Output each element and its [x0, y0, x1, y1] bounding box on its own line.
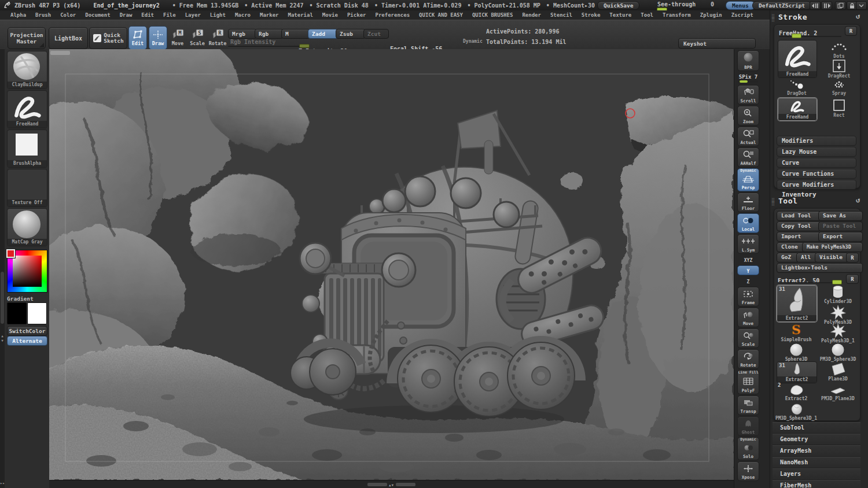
divider-arrows-icon[interactable]: ▲▼ [389, 483, 394, 487]
stroke-spray-button[interactable]: Spray [823, 79, 855, 96]
left-scrollbar[interactable]: ▲ ▼ ▸▸ [0, 49, 5, 488]
tool-reset-icon[interactable]: ↺ [856, 196, 860, 204]
tool-item-sphere3d[interactable]: Sphere3D [777, 343, 816, 362]
menu-item[interactable]: Color [56, 12, 80, 18]
stroke-slider-handle[interactable] [792, 34, 801, 38]
canvas-mini-scrollbar[interactable] [50, 51, 70, 55]
menu-item[interactable]: Edit [137, 12, 159, 18]
import-button[interactable]: Import [777, 232, 821, 242]
zadd-button[interactable]: Zadd [308, 29, 338, 39]
shelf-rotate-button[interactable]: Rotate [737, 349, 759, 369]
menu-item[interactable]: Movie [318, 12, 343, 18]
tool-item-pm3d-sphere3d[interactable]: PM3D_Sphere3D [818, 343, 858, 362]
aahalf-button[interactable]: AAHalf [737, 147, 759, 167]
stroke-subsection-bar[interactable]: Modifiers [777, 136, 856, 146]
solo-button[interactable]: Dynamic Solo [737, 437, 759, 460]
lightbox-tools-button[interactable]: Lightbox▸Tools [777, 263, 863, 273]
menu-item[interactable]: Draw [115, 12, 137, 18]
stroke-freehand-button[interactable]: FreeHand [778, 98, 817, 121]
clone-button[interactable]: Clone [777, 242, 805, 252]
tool-item-extract2-b[interactable]: 31 Extract2 [777, 361, 817, 383]
mrgb-button[interactable]: Mrgb [228, 29, 257, 39]
stroke-type-slider[interactable]: FreeHand. 2 [779, 27, 841, 37]
extract-slider[interactable]: Extract2. 50 [778, 274, 843, 283]
menu-item[interactable]: Light [205, 12, 230, 18]
scroll-button[interactable]: Scroll [737, 85, 759, 105]
tool-item-polymesh3d[interactable]: PolyMesh3D [818, 305, 858, 325]
rgb-intensity-slider[interactable]: Rgb Intensity [228, 39, 306, 48]
tool-grip-icon[interactable]: ⣿⣿ [771, 199, 775, 205]
menu-item[interactable]: Render [517, 12, 546, 18]
current-alpha-button[interactable]: BrushAlpha [7, 130, 47, 168]
persp-button[interactable]: Dynamic Persp [737, 168, 759, 191]
menu-item[interactable]: Document [80, 12, 115, 18]
paste-tool-button[interactable]: Paste Tool [818, 221, 863, 231]
menu-item[interactable]: Zplugin [696, 12, 727, 18]
extract-slider-handle[interactable] [832, 280, 842, 284]
tool-item-cylinder3d[interactable]: Cylinder3D [818, 285, 858, 304]
rgb-intensity-handle[interactable] [299, 44, 310, 48]
current-brush-button[interactable]: ClayBuildup [7, 51, 47, 89]
keyshot-button[interactable]: Keyshot [678, 38, 756, 49]
extract-r-button[interactable]: R [846, 274, 859, 284]
tool-item-extract2-c[interactable]: 2 PM3D_Plane3D Extract2 [777, 383, 816, 401]
tool-subsection-bar[interactable]: Layers [773, 468, 860, 480]
stroke-subsection-bar[interactable]: Curve Functions [777, 169, 856, 179]
tool-item-polymesh3d-1[interactable]: PolyMesh3D_1 [818, 323, 858, 343]
frame-button[interactable]: Frame [737, 287, 759, 306]
menu-item[interactable]: Marker [255, 12, 284, 18]
move-mode-button[interactable]: M Move [169, 28, 186, 47]
load-tool-button[interactable]: Load Tool [777, 211, 821, 221]
tool-subsection-bar[interactable]: Geometry [773, 434, 860, 445]
bpr-button[interactable]: BPR [737, 50, 759, 71]
projection-master-button[interactable]: Projection Master [8, 27, 46, 49]
bottom-tray-divider[interactable]: ▲▼ [49, 480, 734, 488]
menu-item[interactable]: Stencil [546, 12, 577, 18]
stroke-grip-icon[interactable]: ⣿⣿ [771, 15, 775, 21]
tray-expand-icon[interactable]: ▸▸ [0, 481, 5, 486]
minimize-button[interactable] [856, 1, 867, 10]
tool-item-pm3d-sphere3d-1[interactable]: PM3D_Sphere3D_1 [777, 403, 816, 421]
color-picker[interactable] [7, 250, 47, 293]
viewport-canvas[interactable] [49, 49, 734, 480]
stroke-subsection-bar[interactable]: Curve [777, 158, 856, 168]
save-as-button[interactable]: Save As [818, 211, 863, 221]
menus-toggle-button[interactable]: Menus [726, 1, 755, 10]
lsym-button[interactable]: L.Sym [737, 234, 759, 254]
current-texture-button[interactable]: Texture Off [7, 169, 47, 207]
menu-item[interactable]: Picker [343, 12, 371, 18]
stroke-dots-button[interactable]: Dots [823, 41, 855, 59]
stroke-reset-icon[interactable]: ↺ [856, 12, 860, 20]
stroke-subsection-bar[interactable]: Curve Modifiers [777, 180, 856, 190]
shelf-move-button[interactable]: Move [737, 308, 759, 327]
y-axis-button[interactable]: Y [737, 265, 759, 275]
tool-subsection-bar[interactable]: SubTool [773, 422, 860, 434]
stroke-subsection-bar[interactable]: Lazy Mouse [777, 147, 856, 157]
gradient-label[interactable]: Gradient [7, 294, 46, 303]
menu-item[interactable]: Zscript [727, 12, 758, 18]
xyz-button[interactable]: XYZ [737, 255, 759, 264]
make-polymesh3d-button[interactable]: Make PolyMesh3D [802, 242, 863, 252]
spix-handle[interactable] [740, 80, 748, 83]
lightbox-button[interactable]: LightBox [49, 27, 88, 49]
divider-bar-right[interactable] [396, 483, 415, 486]
secondary-color-swatch[interactable] [27, 302, 47, 324]
export-button[interactable]: Export [818, 232, 863, 242]
tool-item-simplebrush[interactable]: S SimpleBrush [777, 323, 816, 342]
stroke-r-button[interactable]: R [845, 26, 857, 36]
tool-item-pm3d-plane3d[interactable]: PM3D_Plane3D [818, 383, 858, 401]
current-stroke-button[interactable]: FreeHand [7, 90, 47, 128]
tool-subsection-bar[interactable]: NanoMesh [773, 457, 860, 468]
scroll-up-icon[interactable]: ▲ [0, 334, 5, 338]
copy-ui-button[interactable] [835, 1, 846, 10]
goz-r-button[interactable]: R [846, 253, 859, 263]
copy-tool-button[interactable]: Copy Tool [777, 221, 821, 231]
color-picker-sv-square[interactable] [13, 256, 42, 287]
actual-button[interactable]: Actual [737, 127, 759, 146]
see-through-slider[interactable] [656, 8, 719, 10]
tool-item-plane3d[interactable]: Plane3D [818, 361, 858, 382]
menu-item[interactable]: Macro [230, 12, 255, 18]
menu-item[interactable]: QUICK AND EASY [414, 12, 468, 18]
menu-item[interactable]: File [159, 12, 181, 18]
alternate-button[interactable]: Alternate [7, 336, 47, 346]
